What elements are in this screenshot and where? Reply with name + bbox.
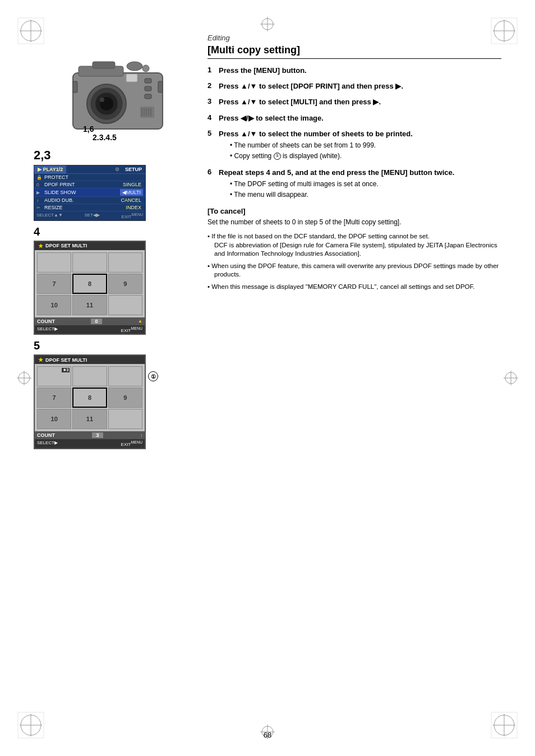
resize-icon: ✂ bbox=[36, 205, 44, 210]
svg-text:2,3,4,5: 2,3,4,5 bbox=[93, 133, 117, 140]
instruction-1: 1 Press the [MENU] button. bbox=[207, 66, 501, 76]
dpof-title-text-5: DPOF SET MULTI bbox=[45, 357, 87, 363]
camera-svg: 1,6 2,3,4,5 bbox=[62, 50, 174, 140]
dpof-cell-empty-left bbox=[37, 252, 71, 273]
instructions-list: 1 Press the [MENU] button. 2 Press ▲/▼ t… bbox=[207, 66, 501, 201]
star-icon-4: ★ bbox=[38, 243, 43, 249]
star-icon-5: ★ bbox=[38, 357, 43, 363]
instruction-text-5: Press ▲/▼ to select the number of sheets… bbox=[219, 130, 413, 138]
dpof-title-4: ★ DPOF SET MULTI bbox=[35, 242, 145, 250]
to-cancel-text: Set the number of sheets to 0 in step 5 … bbox=[207, 218, 501, 227]
dpof-title-5: ★ DPOF SET MULTI bbox=[35, 356, 145, 364]
note-1: If the file is not based on the DCF stan… bbox=[207, 232, 501, 259]
dpof-cell-5-8: 8 bbox=[72, 388, 107, 408]
audio-icon: ♪ bbox=[36, 198, 44, 203]
dpof-cell-5-empty3 bbox=[108, 366, 142, 386]
slideshow-label: SLIDE SHOW bbox=[44, 190, 120, 195]
instruction-4: 4 Press ◀/▶ to select the image. bbox=[207, 113, 501, 123]
sub-notes-6: The DPOF setting of multi images is set … bbox=[230, 180, 454, 199]
note-3: When this message is displayed "MEMORY C… bbox=[207, 283, 501, 292]
notes-section: If the file is not based on the DCF stan… bbox=[207, 232, 501, 291]
sub-note-6-1: The DPOF setting of multi images is set … bbox=[230, 180, 454, 189]
index-value: INDEX bbox=[124, 205, 143, 210]
setup-icon: ⚙ bbox=[113, 165, 122, 173]
dpof-title-text-4: DPOF SET MULTI bbox=[45, 243, 87, 248]
svg-point-35 bbox=[100, 98, 104, 102]
dpof-nav-4: SELECT▶ EXITMENU bbox=[35, 325, 145, 334]
count-label-5: COUNT bbox=[37, 432, 55, 438]
sub-note-5-2: Copy setting ① is displayed (white). bbox=[230, 152, 413, 161]
dpof-single-value: SINGLE bbox=[121, 182, 143, 187]
svg-point-39 bbox=[127, 62, 142, 71]
audio-dub-row: ♪ AUDIO DUB. CANCEL bbox=[34, 197, 145, 204]
section-title: [Multi copy setting] bbox=[207, 44, 501, 59]
instruction-3: 3 Press ▲/▼ to select [MULTI] and then p… bbox=[207, 97, 501, 107]
sub-note-6-2: The menu will disappear. bbox=[230, 191, 454, 200]
exit-nav-4: EXITMENU bbox=[121, 326, 142, 333]
instruction-text-4: Press ◀/▶ to select the image. bbox=[219, 114, 324, 122]
play-tab: ▶ PLAY1/2 bbox=[34, 165, 66, 173]
dpof-cell-5-empty4 bbox=[108, 409, 142, 429]
dpof-cell-5-11: 11 bbox=[72, 409, 107, 429]
dpof-cell-5-empty1: ★3 bbox=[37, 366, 71, 386]
dpof-icon: ⎙ bbox=[36, 182, 44, 187]
slideshow-icon: ▶ bbox=[36, 190, 44, 195]
instruction-text-1: Press the [MENU] button. bbox=[219, 66, 307, 75]
instruction-text-2: Press ▲/▼ to select [DPOF PRINT] and the… bbox=[219, 82, 403, 90]
right-column: Editing [Multi copy setting] 1 Press the… bbox=[207, 34, 501, 294]
dpof-cell-5-empty2 bbox=[72, 366, 107, 386]
instruction-2: 2 Press ▲/▼ to select [DPOF PRINT] and t… bbox=[207, 81, 501, 91]
svg-text:1,6: 1,6 bbox=[83, 125, 94, 133]
svg-rect-30 bbox=[93, 62, 115, 68]
editing-label: Editing bbox=[207, 34, 501, 42]
to-cancel-title: [To cancel] bbox=[207, 207, 501, 215]
dpof-cell-9: 9 bbox=[108, 274, 142, 294]
slide-show-row: ▶ SLIDE SHOW ◀MULTI bbox=[34, 188, 145, 197]
dpof-grid-5: ★3 7 8 9 10 11 bbox=[35, 364, 145, 431]
select-nav-4: SELECT▶ bbox=[37, 326, 58, 333]
select-hint: SELECT▲▼ bbox=[36, 213, 63, 219]
instruction-num-1: 1 bbox=[207, 66, 219, 76]
svg-rect-37 bbox=[145, 86, 151, 91]
dpof-count-bar-5: COUNT 3 ↕ bbox=[35, 431, 145, 439]
instruction-num-6: 6 bbox=[207, 168, 219, 201]
instruction-num-5: 5 bbox=[207, 129, 219, 162]
dpof-cell-10: 10 bbox=[37, 295, 71, 315]
menu-title-bar: ▶ PLAY1/2 ⚙ SETUP bbox=[34, 165, 145, 174]
camera-illustration: 1,6 2,3,4,5 bbox=[34, 50, 202, 142]
select-nav-5: SELECT▶ bbox=[37, 440, 58, 447]
dpof-cell-5-7: 7 bbox=[37, 388, 71, 408]
dpof-cell-11: 11 bbox=[72, 295, 107, 315]
dpof-print-label: DPOF PRINT bbox=[44, 182, 121, 187]
protect-row: 🔒 PROTECT bbox=[34, 174, 145, 181]
dpof-cell-empty-mid bbox=[72, 252, 107, 273]
svg-rect-38 bbox=[145, 94, 151, 99]
dpof-nav-5: SELECT▶ EXITMENU bbox=[35, 439, 145, 448]
count-label-4: COUNT bbox=[37, 319, 55, 324]
menu-bottom-bar-23: SELECT▲▼ SET◀▶ EXITMENU bbox=[34, 211, 145, 220]
svg-point-40 bbox=[142, 65, 149, 72]
dpof-cell-5-9: 9 bbox=[108, 388, 142, 408]
svg-rect-49 bbox=[158, 81, 163, 93]
dpof-cell-empty-last bbox=[108, 295, 142, 315]
dpof-screen-5: ★ DPOF SET MULTI ★3 7 8 9 10 11 bbox=[34, 354, 146, 449]
step-4-label: 4 bbox=[34, 225, 202, 238]
protect-icon: 🔒 bbox=[36, 175, 44, 180]
step-5-label: 5 bbox=[34, 339, 202, 352]
instruction-num-2: 2 bbox=[207, 81, 219, 91]
dpof-cell-5-10: 10 bbox=[37, 409, 71, 429]
instruction-text-3: Press ▲/▼ to select [MULTI] and then pre… bbox=[219, 98, 381, 106]
setup-tab: SETUP bbox=[122, 165, 145, 173]
sub-notes-5: The number of sheets can be set from 1 t… bbox=[230, 141, 413, 160]
instruction-6: 6 Repeat steps 4 and 5, and at the end p… bbox=[207, 168, 501, 201]
page-number: 68 bbox=[264, 731, 271, 739]
menu-screen-23: ▶ PLAY1/2 ⚙ SETUP 🔒 PROTECT ⎙ DPOF PRINT… bbox=[34, 165, 146, 221]
count-arrows-5: ↕ bbox=[140, 433, 142, 438]
svg-rect-47 bbox=[126, 74, 137, 82]
instruction-num-4: 4 bbox=[207, 113, 219, 123]
count-arrows-4: ▲ bbox=[138, 319, 142, 324]
dpof-cell-empty-right bbox=[108, 252, 142, 273]
cancel-value: CANCEL bbox=[119, 197, 143, 203]
svg-rect-41 bbox=[140, 107, 154, 118]
count-value-5: 3 bbox=[92, 432, 103, 438]
